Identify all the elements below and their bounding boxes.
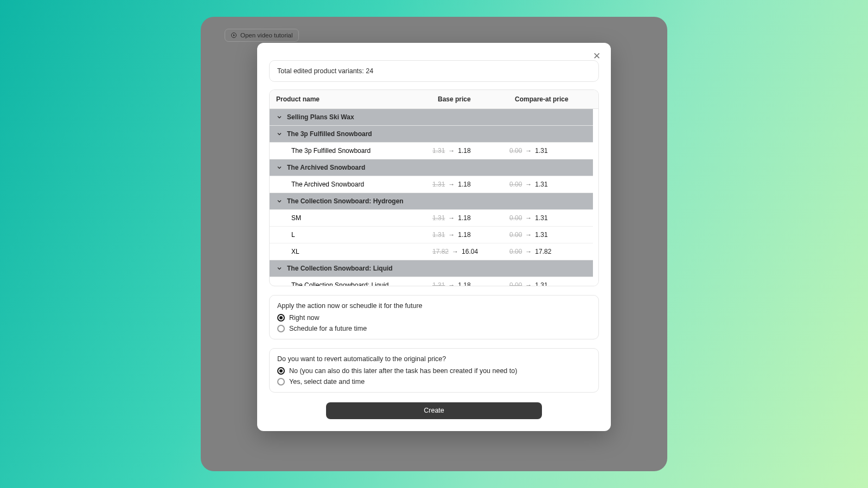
chevron-down-icon <box>276 265 283 272</box>
variant-name: The 3p Fulfilled Snowboard <box>276 147 432 155</box>
schedule-option[interactable]: Right now <box>277 314 591 322</box>
arrow-icon: → <box>448 281 455 286</box>
play-circle-icon <box>231 32 237 38</box>
variant-name: SM <box>276 214 432 222</box>
variant-name: L <box>276 231 432 239</box>
variant-row: The Collection Snowboard: Liquid1.31→1.1… <box>270 277 593 286</box>
arrow-icon: → <box>448 147 455 155</box>
radio-icon <box>277 378 285 386</box>
arrow-icon: → <box>525 281 532 286</box>
base-price-cell: 1.31→1.18 <box>432 281 509 286</box>
compare-price-cell: 0.00→1.31 <box>509 231 586 239</box>
arrow-icon: → <box>448 214 455 222</box>
radio-label: No (you can also do this later after the… <box>289 367 517 375</box>
revert-option[interactable]: No (you can also do this later after the… <box>277 367 591 375</box>
compare-price-cell: 0.00→1.31 <box>509 147 586 155</box>
arrow-icon: → <box>452 248 458 255</box>
compare-price-cell: 0.00→1.31 <box>509 214 586 222</box>
base-new: 1.18 <box>458 181 470 188</box>
base-new: 1.18 <box>458 214 470 222</box>
price-edit-modal: ✕ Total edited product variants: 24 Prod… <box>257 43 611 431</box>
close-icon: ✕ <box>593 51 601 61</box>
radio-icon <box>277 367 285 375</box>
col-header-compare: Compare-at price <box>515 95 592 103</box>
compare-old: 0.00 <box>509 181 522 188</box>
open-tutorial-button[interactable]: Open video tutorial <box>225 29 299 42</box>
compare-price-cell: 0.00→17.82 <box>509 248 586 255</box>
summary-card: Total edited product variants: 24 <box>269 60 599 82</box>
revert-title: Do you want to revert automatically to t… <box>277 355 591 363</box>
radio-icon <box>277 314 285 322</box>
arrow-icon: → <box>525 248 532 255</box>
base-price-cell: 1.31→1.18 <box>432 147 509 155</box>
revert-card: Do you want to revert automatically to t… <box>269 348 599 393</box>
compare-new: 17.82 <box>535 248 551 255</box>
group-row[interactable]: The 3p Fulfilled Snowboard <box>270 126 593 143</box>
radio-label: Schedule for a future time <box>289 325 367 332</box>
arrow-icon: → <box>525 231 532 239</box>
chevron-down-icon <box>276 114 283 120</box>
group-title: The Collection Snowboard: Liquid <box>287 265 393 272</box>
base-new: 1.18 <box>458 231 470 239</box>
chevron-down-icon <box>276 131 283 137</box>
compare-new: 1.31 <box>535 214 547 222</box>
variants-table: Product name Base price Compare-at price… <box>269 89 599 286</box>
group-row[interactable]: Selling Plans Ski Wax <box>270 109 593 126</box>
compare-old: 0.00 <box>509 281 522 286</box>
create-button[interactable]: Create <box>326 402 542 419</box>
compare-new: 1.31 <box>535 147 547 155</box>
base-price-cell: 1.31→1.18 <box>432 181 509 188</box>
group-title: The 3p Fulfilled Snowboard <box>287 130 372 138</box>
base-old: 1.31 <box>432 214 445 222</box>
arrow-icon: → <box>525 147 532 155</box>
compare-price-cell: 0.00→1.31 <box>509 181 586 188</box>
arrow-icon: → <box>525 214 532 222</box>
schedule-option[interactable]: Schedule for a future time <box>277 325 591 332</box>
base-new: 1.18 <box>458 147 470 155</box>
base-old: 1.31 <box>432 181 445 188</box>
base-new: 16.04 <box>462 248 478 255</box>
arrow-icon: → <box>448 181 455 188</box>
summary-count: 24 <box>366 67 373 75</box>
compare-new: 1.31 <box>535 181 547 188</box>
group-title: The Archived Snowboard <box>287 164 365 171</box>
tutorial-label: Open video tutorial <box>240 32 293 38</box>
group-row[interactable]: The Collection Snowboard: Hydrogen <box>270 193 593 210</box>
compare-old: 0.00 <box>509 147 522 155</box>
variant-row: SM1.31→1.180.00→1.31 <box>270 210 593 227</box>
col-header-name: Product name <box>276 95 438 103</box>
summary-prefix: Total edited product variants: <box>277 67 366 75</box>
variant-row: XL17.82→16.040.00→17.82 <box>270 243 593 260</box>
compare-new: 1.31 <box>535 281 547 286</box>
variant-name: The Archived Snowboard <box>276 181 432 188</box>
base-old: 1.31 <box>432 281 445 286</box>
variant-row: The 3p Fulfilled Snowboard1.31→1.180.00→… <box>270 143 593 159</box>
variant-row: The Archived Snowboard1.31→1.180.00→1.31 <box>270 176 593 193</box>
base-old: 17.82 <box>432 248 449 255</box>
group-row[interactable]: The Archived Snowboard <box>270 159 593 176</box>
variant-row: L1.31→1.180.00→1.31 <box>270 227 593 243</box>
group-title: Selling Plans Ski Wax <box>287 113 354 121</box>
arrow-icon: → <box>525 181 532 188</box>
base-old: 1.31 <box>432 231 445 239</box>
col-header-base: Base price <box>438 95 515 103</box>
radio-icon <box>277 325 285 332</box>
chevron-down-icon <box>276 164 283 171</box>
compare-price-cell: 0.00→1.31 <box>509 281 586 286</box>
chevron-down-icon <box>276 198 283 204</box>
base-price-cell: 1.31→1.18 <box>432 214 509 222</box>
base-price-cell: 17.82→16.04 <box>432 248 509 255</box>
close-button[interactable]: ✕ <box>590 49 603 62</box>
group-row[interactable]: The Collection Snowboard: Liquid <box>270 260 593 277</box>
compare-old: 0.00 <box>509 231 522 239</box>
table-body[interactable]: Selling Plans Ski WaxThe 3p Fulfilled Sn… <box>270 109 598 286</box>
compare-old: 0.00 <box>509 248 522 255</box>
compare-old: 0.00 <box>509 214 522 222</box>
revert-option[interactable]: Yes, select date and time <box>277 378 591 386</box>
compare-new: 1.31 <box>535 231 547 239</box>
app-window: Open video tutorial ✕ Total edited produ… <box>201 17 667 471</box>
schedule-title: Apply the action now or scheudle it for … <box>277 302 591 310</box>
schedule-card: Apply the action now or scheudle it for … <box>269 295 599 339</box>
radio-label: Yes, select date and time <box>289 378 365 386</box>
base-new: 1.18 <box>458 281 470 286</box>
